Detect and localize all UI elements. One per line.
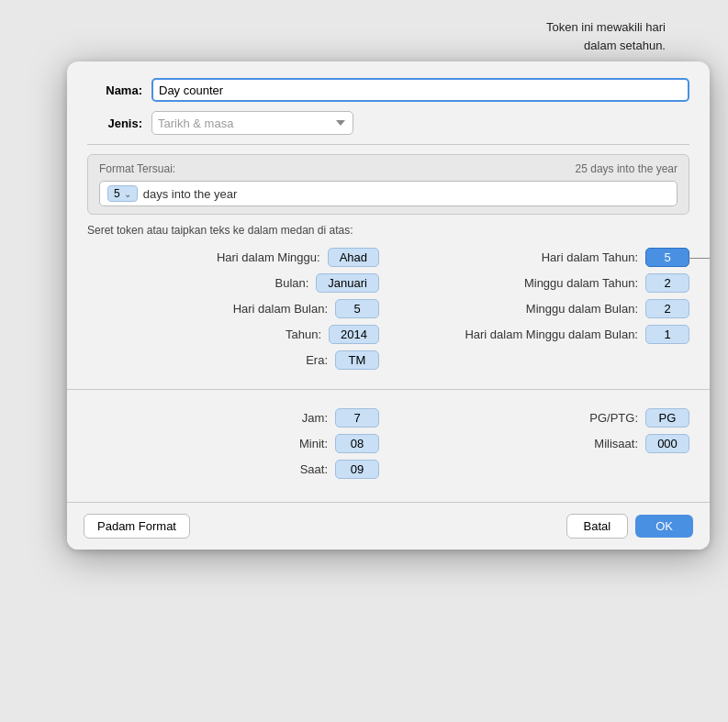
- time-left-col: Jam: 7 Minit: 08 Saat: 09: [87, 408, 379, 485]
- btn-tahun[interactable]: 2014: [329, 325, 379, 344]
- label-jam: Jam:: [302, 411, 328, 425]
- label-hari-bulan: Hari dalam Bulan:: [233, 302, 328, 316]
- label-tahun: Tahun:: [286, 328, 321, 341]
- ok-button[interactable]: OK: [635, 515, 693, 538]
- label-hari-tahun: Hari dalam Tahun:: [542, 250, 638, 264]
- token-row-minggu-bulan: Minggu dalam Bulan: 2: [398, 299, 689, 318]
- btn-ahad[interactable]: Ahad: [328, 248, 379, 267]
- token-row-minggu-tahun: Minggu dalam Tahun: 2: [398, 273, 689, 293]
- token-row-jam: Jam: 7: [87, 408, 379, 428]
- btn-jam[interactable]: 7: [335, 408, 379, 428]
- connector-line: [689, 258, 710, 259]
- format-header: Format Tersuai: 25 days into the year: [99, 162, 678, 175]
- label-hari-minggu: Hari dalam Minggu:: [217, 250, 320, 264]
- btn-minggu-tahun[interactable]: 2: [645, 273, 689, 293]
- label-pgptg: PG/PTG:: [589, 411, 638, 425]
- token-area: 5 ⌄ days into the year: [99, 181, 678, 206]
- token-row-pgptg: PG/PTG: PG: [398, 408, 689, 428]
- format-preview: 25 days into the year: [576, 162, 678, 175]
- tokens-right-col: Hari dalam Tahun: 5 Minggu dalam Tahun: …: [398, 248, 689, 376]
- section-divider: [67, 389, 710, 390]
- nama-input[interactable]: [151, 78, 689, 102]
- btn-saat[interactable]: 09: [335, 460, 379, 479]
- tooltip: Token ini mewakili hari dalam setahun.: [546, 18, 666, 54]
- bottom-bar: Padam Format Batal OK: [67, 502, 710, 550]
- time-right-col: PG/PTG: PG Milisaat: 000: [398, 408, 689, 485]
- label-milisaat: Milisaat:: [594, 437, 638, 450]
- label-saat: Saat:: [300, 462, 328, 476]
- token-row-hari-bulan: Hari dalam Bulan: 5: [87, 299, 379, 318]
- label-bulan: Bulan:: [274, 276, 308, 290]
- label-hari-minggu-bulan: Hari dalam Minggu dalam Bulan:: [465, 328, 638, 341]
- format-tersuai-label: Format Tersuai:: [99, 162, 175, 175]
- jenis-row: Jenis: Tarikh & masa: [87, 111, 689, 135]
- token-row-saat: Saat: 09: [87, 460, 379, 479]
- token-value: 5: [114, 187, 120, 200]
- dialog: Nama: Jenis: Tarikh & masa Format Tersua…: [67, 61, 710, 550]
- token-row-era: Era: TM: [87, 350, 379, 370]
- btn-hari-tahun[interactable]: 5: [645, 248, 689, 267]
- btn-hari-bulan[interactable]: 5: [335, 299, 379, 318]
- btn-pgptg[interactable]: PG: [645, 408, 689, 428]
- token-row-milisaat: Milisaat: 000: [398, 434, 689, 453]
- btn-minggu-bulan[interactable]: 2: [645, 299, 689, 318]
- nama-label: Nama:: [87, 83, 142, 97]
- btn-januari[interactable]: Januari: [316, 273, 379, 293]
- time-section: Jam: 7 Minit: 08 Saat: 09 PG/PTG:: [67, 399, 710, 502]
- tokens-left-col: Hari dalam Minggu: Ahad Bulan: Januari H…: [87, 248, 379, 376]
- token-row-hari-tahun: Hari dalam Tahun: 5: [398, 248, 689, 267]
- token-row-bulan: Bulan: Januari: [87, 273, 379, 293]
- label-minit: Minit:: [299, 437, 328, 450]
- right-buttons: Batal OK: [566, 514, 693, 539]
- token-row-tahun: Tahun: 2014: [87, 325, 379, 344]
- clear-button[interactable]: Padam Format: [84, 514, 190, 539]
- divider-1: [87, 144, 689, 145]
- token-row-hari-minggu-bulan: Hari dalam Minggu dalam Bulan: 1: [398, 325, 689, 344]
- token-pill-5[interactable]: 5 ⌄: [107, 185, 138, 202]
- btn-era[interactable]: TM: [335, 350, 379, 370]
- label-minggu-bulan: Minggu dalam Bulan:: [526, 302, 638, 316]
- cancel-button[interactable]: Batal: [566, 514, 629, 539]
- token-arrow-icon: ⌄: [124, 189, 131, 199]
- drag-hint: Seret token atau taipkan teks ke dalam m…: [87, 224, 689, 237]
- format-section: Format Tersuai: 25 days into the year 5 …: [87, 154, 689, 215]
- token-row-hari-minggu: Hari dalam Minggu: Ahad: [87, 248, 379, 267]
- dialog-body: Nama: Jenis: Tarikh & masa Format Tersua…: [67, 61, 710, 376]
- outer-wrapper: Token ini mewakili hari dalam setahun. N…: [18, 18, 710, 550]
- jenis-label: Jenis:: [87, 117, 142, 130]
- jenis-select[interactable]: Tarikh & masa: [151, 111, 353, 135]
- token-row-minit: Minit: 08: [87, 434, 379, 453]
- time-grid: Jam: 7 Minit: 08 Saat: 09 PG/PTG:: [87, 408, 689, 485]
- label-era: Era:: [306, 353, 328, 367]
- token-suffix-text: days into the year: [143, 187, 238, 201]
- nama-row: Nama:: [87, 78, 689, 102]
- btn-hari-minggu-bulan[interactable]: 1: [645, 325, 689, 344]
- label-minggu-tahun: Minggu dalam Tahun:: [524, 276, 638, 290]
- btn-minit[interactable]: 08: [335, 434, 379, 453]
- btn-milisaat[interactable]: 000: [645, 434, 689, 453]
- tokens-grid: Hari dalam Minggu: Ahad Bulan: Januari H…: [87, 248, 689, 376]
